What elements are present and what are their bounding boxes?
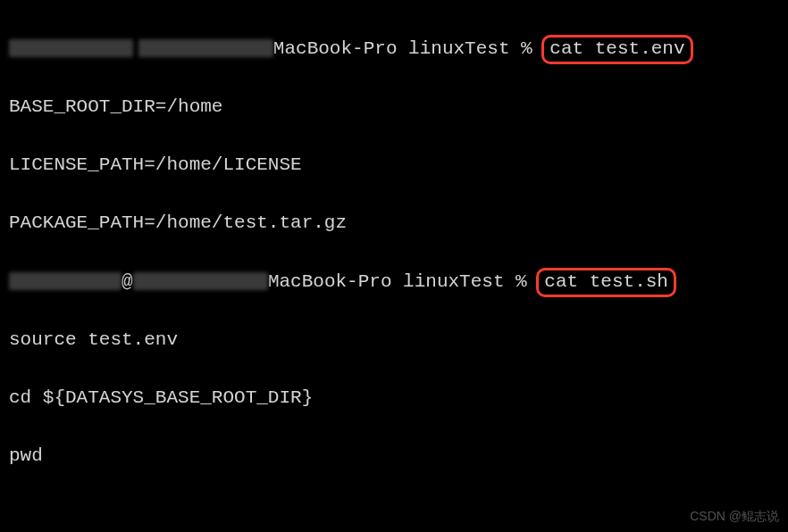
prompt-line-2[interactable]: yunzhixing@yunzhiningdeMacBook-Pro linux…: [9, 268, 779, 297]
env-line-2: LICENSE_PATH=/home/LICENSE: [9, 151, 779, 180]
env-line-3: PACKAGE_PATH=/home/test.tar.gz: [9, 209, 779, 238]
sh-line-3: pwd: [9, 442, 779, 471]
prompt-at-1: @: [122, 271, 133, 292]
redacted-user-2: yunzhixing: [9, 272, 122, 290]
watermark: CSDN @鲲志说: [690, 507, 779, 527]
cmd-1: cat test.env: [549, 38, 684, 59]
redacted-user-1: yunzhixinge: [9, 39, 133, 57]
highlight-cmd-2: cat test.sh: [536, 268, 676, 297]
redacted-host-2: yunzhiningde: [133, 272, 268, 290]
sh-line-2: cd ${DATASYS_BASE_ROOT_DIR}: [9, 384, 779, 413]
env-line-1: BASE_ROOT_DIR=/home: [9, 93, 779, 122]
cmd-2: cat test.sh: [544, 271, 668, 292]
sh-line-1: source test.env: [9, 326, 779, 355]
redacted-host-1: yunzhiningde: [138, 39, 273, 57]
prompt-host-1: MacBook-Pro linuxTest %: [273, 38, 543, 59]
terminal-output: yunzhixingeyunzhiningdeMacBook-Pro linux…: [9, 5, 779, 532]
highlight-cmd-1: cat test.env: [541, 35, 692, 64]
prompt-host-2: MacBook-Pro linuxTest %: [268, 271, 538, 292]
prompt-line-1[interactable]: yunzhixingeyunzhiningdeMacBook-Pro linux…: [9, 35, 779, 64]
